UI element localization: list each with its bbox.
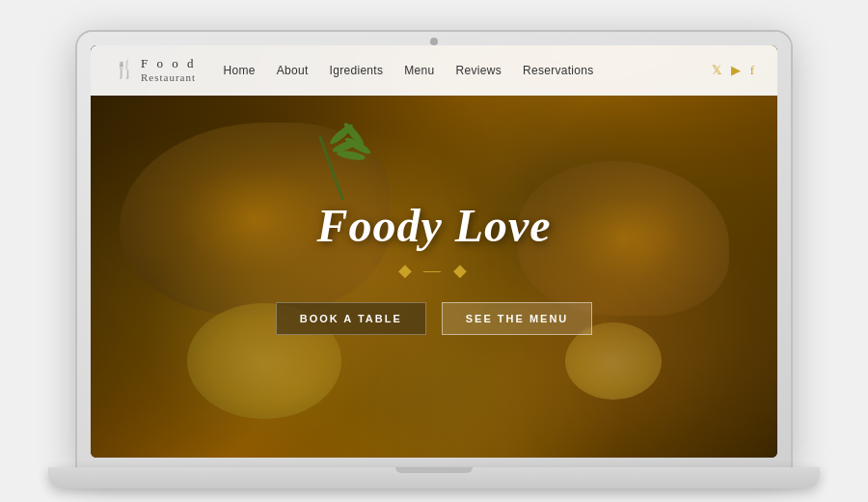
twitter-icon[interactable]: 𝕏 <box>712 63 721 78</box>
youtube-icon[interactable]: ▶ <box>731 63 741 78</box>
logo-restaurant-text: Restaurant <box>141 71 196 83</box>
website: 🍴 F o o d Restaurant Home About Igredien… <box>91 45 777 458</box>
nav-link-ingredients[interactable]: Igredients <box>330 64 384 77</box>
nav-link-reservations[interactable]: Reservations <box>523 64 594 77</box>
logo: 🍴 F o o d Restaurant <box>114 57 196 82</box>
laptop-base <box>48 467 820 488</box>
hero-ornament: ◆ — ◆ <box>398 260 471 281</box>
logo-food-text: F o o d <box>141 57 196 70</box>
laptop-camera <box>430 38 438 45</box>
laptop-screen: 🍴 F o o d Restaurant Home About Igredien… <box>91 45 777 458</box>
see-menu-button[interactable]: SEE THE MENU <box>442 302 593 335</box>
nav-links: Home About Igredients Menu Reviews Reser… <box>223 64 711 77</box>
laptop-wrapper: 🍴 F o o d Restaurant Home About Igredien… <box>39 10 829 492</box>
hero-buttons: BOOK A TABLE SEE THE MENU <box>276 302 593 335</box>
nav-social-icons: 𝕏 ▶ f <box>712 63 754 78</box>
nav-link-home[interactable]: Home <box>223 64 255 77</box>
hero-title: Foody Love <box>316 199 551 252</box>
nav-link-about[interactable]: About <box>277 64 309 77</box>
facebook-icon[interactable]: f <box>750 63 754 78</box>
hero-content: Foody Love ◆ — ◆ BOOK A TABLE SEE THE ME… <box>91 96 777 458</box>
book-table-button[interactable]: BOOK A TABLE <box>276 302 426 335</box>
laptop-body: 🍴 F o o d Restaurant Home About Igredien… <box>77 32 791 471</box>
navigation: 🍴 F o o d Restaurant Home About Igredien… <box>91 45 777 96</box>
logo-icon: 🍴 <box>114 59 135 80</box>
nav-link-reviews[interactable]: Reviews <box>455 64 501 77</box>
nav-link-menu[interactable]: Menu <box>404 64 434 77</box>
logo-text: F o o d Restaurant <box>141 57 196 82</box>
